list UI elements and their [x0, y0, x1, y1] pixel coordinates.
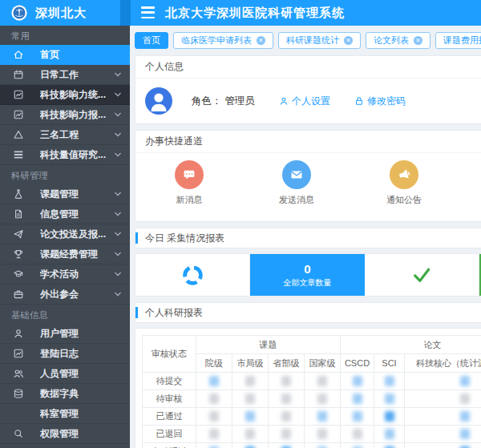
- row-label: 自动通过: [143, 443, 196, 448]
- sidebar-item[interactable]: 信息管理: [0, 204, 130, 224]
- chevron-down-icon: [114, 131, 122, 139]
- change-password-link[interactable]: 修改密码: [354, 95, 406, 108]
- table-cell: [341, 408, 374, 426]
- table-row: 自动通过: [143, 443, 481, 448]
- blurred-count-value[interactable]: [353, 376, 362, 386]
- tab[interactable]: 临床医学申请列表✕: [173, 32, 273, 49]
- blurred-count-value[interactable]: [353, 394, 362, 404]
- tab-close-icon[interactable]: ✕: [344, 36, 353, 45]
- tab[interactable]: 课题费用报表✕: [435, 32, 481, 49]
- column-header: 科技核心（统计源）期刊: [405, 354, 481, 373]
- stat-article-count-box[interactable]: 0 全部文章数量: [250, 254, 365, 296]
- table-cell: [196, 373, 232, 390]
- sidebar-item[interactable]: 科技影响力报...: [0, 105, 130, 125]
- hamburger-menu-icon[interactable]: [141, 6, 155, 18]
- quick-item-label: 发送消息: [279, 194, 314, 206]
- trophy-icon: [13, 248, 24, 260]
- table-cell: [305, 408, 341, 426]
- users-icon: [13, 368, 24, 379]
- chart-icon: [13, 109, 24, 120]
- stat-success-box: [365, 254, 479, 296]
- sidebar-item-label: 数据字典: [40, 387, 122, 401]
- quick-item[interactable]: 新消息: [135, 160, 243, 221]
- article-count-value: 0: [304, 262, 310, 276]
- blurred-count-value[interactable]: [385, 411, 394, 422]
- role-value: 管理员: [225, 95, 256, 107]
- sidebar-item[interactable]: 科技量值研究...: [0, 145, 130, 165]
- column-header: 市局级: [232, 354, 269, 373]
- blurred-count-value[interactable]: [460, 411, 470, 422]
- sidebar-item[interactable]: 三名工程: [0, 125, 130, 145]
- blurred-count-value[interactable]: [245, 411, 255, 422]
- quick-item[interactable]: 发送消息: [243, 160, 350, 221]
- flask-icon: [13, 188, 24, 200]
- sidebar-item[interactable]: 数据字典: [0, 384, 130, 404]
- blurred-count-value[interactable]: [385, 376, 394, 386]
- blurred-count-value[interactable]: [353, 411, 362, 422]
- quick-channels-title: 办事快捷通道: [135, 131, 481, 153]
- blurred-count-value: [281, 376, 291, 386]
- collect-report-title: 今日 采集情况报表: [145, 232, 224, 245]
- table-cell: [374, 426, 405, 443]
- tab[interactable]: 论文列表✕: [366, 32, 430, 49]
- quick-item-label: 通知公告: [386, 194, 422, 206]
- blurred-count-value: [245, 376, 255, 386]
- sidebar-item-label: 登陆日志: [40, 347, 122, 361]
- table-cell: [269, 443, 305, 448]
- chevron-down-icon: [114, 91, 122, 99]
- sidebar-item[interactable]: 科室管理: [0, 404, 130, 424]
- sidebar-section-label: 基础信息: [0, 305, 130, 324]
- blurred-count-value[interactable]: [460, 376, 470, 386]
- row-label: 已退回: [143, 426, 196, 443]
- person-icon: [279, 96, 289, 106]
- accent-bar: [135, 232, 138, 244]
- blurred-count-value[interactable]: [385, 394, 394, 404]
- sidebar-item-label: 学术活动: [40, 268, 114, 281]
- tab-close-icon[interactable]: ✕: [414, 36, 422, 45]
- blurred-count-value[interactable]: [385, 429, 394, 439]
- tab[interactable]: 首页: [135, 32, 168, 49]
- sidebar-section-label: 常用: [0, 26, 130, 45]
- table-cell: [232, 426, 269, 443]
- sidebar-item[interactable]: 论文投送及报...: [0, 224, 130, 244]
- sidebar-item-label: 科技量值研究...: [40, 148, 114, 162]
- sidebar-item-label: 科技影响力统...: [40, 88, 114, 102]
- column-header: CSCD: [341, 354, 374, 373]
- blurred-count-value[interactable]: [317, 411, 327, 422]
- panel-personal-info: 个人信息 角色：管理员 个人设置: [135, 55, 481, 124]
- tab-close-icon[interactable]: ✕: [257, 36, 265, 45]
- sidebar-item[interactable]: 首页: [0, 45, 130, 65]
- blurred-count-value: [209, 411, 219, 422]
- blurred-count-value[interactable]: [209, 376, 219, 386]
- sidebar-item[interactable]: 外出参会: [0, 285, 130, 305]
- sidebar-item[interactable]: 课题管理: [0, 184, 130, 204]
- table-cell: [405, 390, 481, 408]
- sidebar-item[interactable]: 日常工作: [0, 65, 130, 85]
- table-cell: [405, 443, 481, 448]
- chevron-down-icon: [114, 210, 122, 218]
- check-icon: [411, 264, 432, 285]
- table-cell: [374, 443, 405, 448]
- sidebar-item[interactable]: 登陆日志: [0, 344, 130, 364]
- sidebar-item[interactable]: 课题经费管理: [0, 244, 130, 264]
- sidebar-item[interactable]: 权限管理: [0, 424, 130, 444]
- quick-item[interactable]: 通知公告: [350, 160, 458, 221]
- content-area: 首页临床医学申请列表✕科研课题统计✕论文列表✕课题费用报表✕用户列表✕ 个人信息…: [130, 26, 481, 448]
- table-cell: [232, 390, 269, 408]
- sidebar-item[interactable]: 学术活动: [0, 264, 130, 285]
- personal-settings-link[interactable]: 个人设置: [279, 95, 330, 108]
- blurred-count-value[interactable]: [460, 429, 470, 439]
- sidebar-item[interactable]: 人员管理: [0, 364, 130, 384]
- table-cell: [305, 443, 341, 448]
- loading-spinner-icon: [181, 264, 204, 287]
- sidebar-item[interactable]: 用户管理: [0, 324, 130, 344]
- tab[interactable]: 科研课题统计✕: [278, 32, 361, 49]
- quick-item-label: 新消息: [176, 194, 203, 206]
- blurred-count-value: [245, 394, 255, 404]
- row-label: 待审核: [143, 390, 196, 408]
- sidebar-item[interactable]: 科技影响力统...: [0, 85, 130, 105]
- send-icon: [13, 228, 24, 240]
- briefcase-icon: [13, 289, 24, 300]
- table-cell: [269, 408, 305, 426]
- list-icon: [13, 149, 24, 160]
